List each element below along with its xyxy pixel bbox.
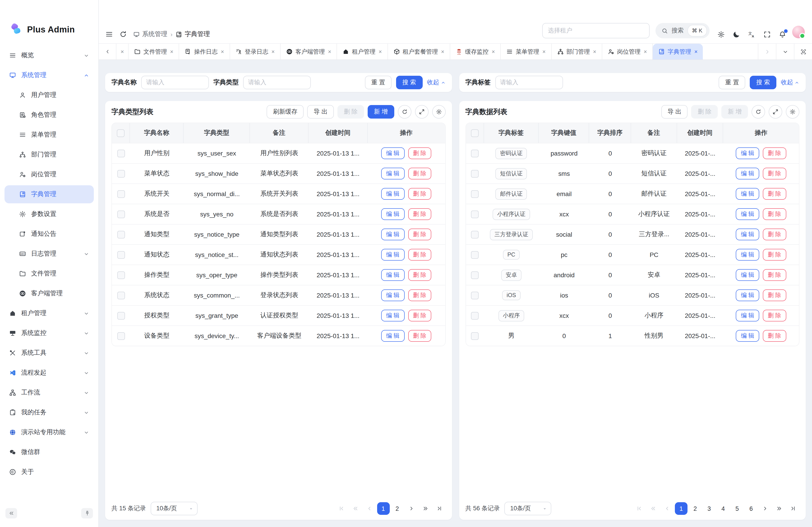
fullscreen-icon[interactable] (763, 31, 771, 38)
next-pages-button[interactable] (773, 502, 785, 515)
sidebar-item-post-management[interactable]: 岗位管理 (4, 165, 94, 183)
row-checkbox[interactable] (471, 251, 479, 258)
sidebar-item-log-management[interactable]: DEV日志管理 (4, 245, 94, 263)
tab-close-icon[interactable]: × (221, 48, 224, 55)
delete-button[interactable]: 删 除 (408, 147, 431, 159)
dict-data-search-button[interactable]: 搜 索 (750, 76, 777, 89)
tabs-dropdown-button[interactable] (776, 44, 794, 60)
next-page-button[interactable] (759, 502, 771, 515)
page-size-select[interactable]: 10条/页 (150, 502, 197, 515)
dict-type-settings-button[interactable] (432, 105, 446, 119)
tab-login-log[interactable]: 登录日志× (230, 44, 280, 60)
edit-button[interactable]: 编 辑 (736, 229, 759, 240)
row-checkbox[interactable] (117, 332, 125, 340)
last-page-button[interactable] (787, 502, 799, 515)
tabs-scroll-right-button[interactable] (758, 44, 776, 60)
tab-close-icon[interactable]: × (379, 48, 382, 55)
tab-close-icon[interactable]: × (694, 48, 698, 55)
delete-button[interactable]: 删 除 (763, 168, 786, 179)
row-checkbox[interactable] (117, 210, 125, 218)
edit-button[interactable]: 编 辑 (381, 249, 404, 260)
row-checkbox[interactable] (471, 210, 479, 218)
translate-icon[interactable]: 文A (748, 31, 756, 38)
hamburger-icon[interactable] (105, 30, 113, 38)
row-checkbox[interactable] (471, 332, 479, 340)
next-pages-button[interactable] (419, 502, 432, 515)
edit-button[interactable]: 编 辑 (736, 289, 759, 301)
gear-icon[interactable] (717, 31, 725, 38)
row-checkbox[interactable] (471, 291, 479, 299)
delete-button[interactable]: 删 除 (763, 229, 786, 240)
refresh-page-icon[interactable] (119, 30, 127, 38)
prev-page-button[interactable] (661, 502, 673, 515)
delete-button[interactable]: 删 除 (763, 208, 786, 220)
delete-button[interactable]: 删 除 (408, 269, 431, 281)
dict-type-reset-button[interactable]: 重 置 (365, 76, 392, 89)
sidebar-item-menu-management[interactable]: 菜单管理 (4, 126, 94, 144)
row-checkbox[interactable] (117, 190, 125, 198)
row-checkbox[interactable] (471, 149, 479, 157)
page-button-2[interactable]: 2 (391, 502, 404, 515)
prev-page-button[interactable] (363, 502, 376, 515)
delete-button[interactable]: 删 除 (408, 208, 431, 220)
sidebar-pin-button[interactable] (81, 508, 93, 518)
dict-data-export-button[interactable]: 导 出 (661, 105, 688, 119)
edit-button[interactable]: 编 辑 (736, 330, 759, 342)
dict-data-filter-input-0[interactable]: 请输入 (495, 76, 563, 89)
dict-type-filter-input-1[interactable]: 请输入 (243, 76, 311, 89)
sidebar-item-role-management[interactable]: 角色管理 (4, 106, 94, 124)
delete-button[interactable]: 删 除 (763, 330, 786, 342)
sidebar-item-notice[interactable]: 通知公告 (4, 225, 94, 243)
delete-button[interactable]: 删 除 (763, 289, 786, 301)
page-button-2[interactable]: 2 (689, 502, 701, 515)
edit-button[interactable]: 编 辑 (736, 249, 759, 260)
dict-type-refresh-button[interactable] (398, 105, 411, 119)
dict-type-add-button[interactable]: 新 增 (367, 105, 394, 119)
first-page-button[interactable] (335, 502, 348, 515)
delete-button[interactable]: 删 除 (763, 147, 786, 159)
tab-close-icon[interactable]: × (170, 48, 173, 55)
delete-button[interactable]: 删 除 (408, 188, 431, 200)
tenant-select[interactable]: 选择租户 (542, 23, 649, 38)
page-button-5[interactable]: 5 (731, 502, 743, 515)
delete-button[interactable]: 删 除 (763, 269, 786, 281)
dict-type-refresh-cache-button[interactable]: 刷新缓存 (266, 105, 304, 119)
tab-oper-log[interactable]: 操作日志× (179, 44, 230, 60)
sidebar-item-system-monitor[interactable]: 系统监控 (4, 324, 94, 342)
dict-type-collapse-link[interactable]: 收起 (427, 78, 446, 87)
sidebar-item-demo-features[interactable]: 演示站专用功能 (4, 423, 94, 441)
tab-file-management[interactable]: 文件管理× (129, 44, 179, 60)
tab-tenant-package-management[interactable]: 租户套餐管理× (388, 44, 450, 60)
select-all-checkbox[interactable] (471, 129, 478, 137)
delete-button[interactable]: 删 除 (408, 229, 431, 240)
row-checkbox[interactable] (117, 230, 125, 238)
edit-button[interactable]: 编 辑 (381, 330, 404, 342)
sidebar-item-file-management[interactable]: 文件管理 (4, 265, 94, 283)
prev-pages-button[interactable] (647, 502, 659, 515)
prev-pages-button[interactable] (349, 502, 362, 515)
edit-button[interactable]: 编 辑 (381, 229, 404, 240)
delete-button[interactable]: 删 除 (763, 310, 786, 321)
edit-button[interactable]: 编 辑 (736, 188, 759, 200)
tab-client-management[interactable]: 客户端管理× (280, 44, 337, 60)
tab-close-icon[interactable]: × (542, 48, 546, 55)
row-checkbox[interactable] (117, 271, 125, 279)
first-page-button[interactable] (633, 502, 646, 515)
last-page-button[interactable] (433, 502, 446, 515)
app-logo[interactable]: Plus Admin (0, 0, 98, 44)
tab-menu-management[interactable]: 菜单管理× (501, 44, 551, 60)
delete-button[interactable]: 删 除 (408, 249, 431, 260)
row-checkbox[interactable] (117, 149, 125, 157)
tab-cache-monitor[interactable]: redis缓存监控× (450, 44, 501, 60)
tab-close-icon[interactable]: × (441, 48, 444, 55)
tab-dept-management[interactable]: 部门管理× (551, 44, 602, 60)
select-all-checkbox[interactable] (117, 129, 125, 137)
page-button-1[interactable]: 1 (377, 502, 390, 515)
edit-button[interactable]: 编 辑 (736, 310, 759, 321)
edit-button[interactable]: 编 辑 (736, 208, 759, 220)
tab-close-icon[interactable]: × (644, 48, 647, 55)
breadcrumb-item-dict-management[interactable]: 字典管理 (176, 30, 210, 38)
content-fullscreen-button[interactable] (794, 44, 812, 60)
dict-type-export-button[interactable]: 导 出 (307, 105, 334, 119)
tab-dict-management[interactable]: 字典管理× (653, 44, 703, 60)
